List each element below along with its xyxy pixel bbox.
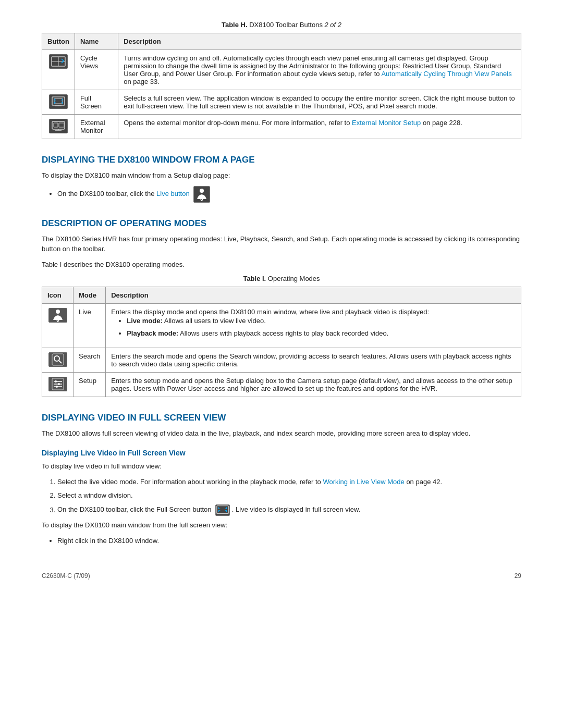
step-3-text: On the DX8100 toolbar, click the Full Sc… <box>57 506 213 514</box>
full-screen-body: The DX8100 allows full screen viewing of… <box>42 428 521 439</box>
section-heading-operating-modes: Description of Operating Modes <box>42 218 521 229</box>
operating-modes-body1: The DX8100 Series HVR has four primary o… <box>42 234 521 254</box>
full-screen-button-icon <box>215 504 230 516</box>
svg-rect-7 <box>52 121 65 129</box>
operating-modes-body2: Table I describes the DX8100 operating m… <box>42 260 521 270</box>
table-i-label: Table I. <box>243 275 266 282</box>
svg-point-29 <box>56 386 58 388</box>
table-row: Search Enters the search mode and opens … <box>42 348 521 372</box>
live-video-sub-body: To display live video in full window vie… <box>42 461 521 472</box>
live-icon-cell <box>42 304 74 348</box>
live-button-link[interactable]: Live button <box>156 190 190 198</box>
svg-rect-20 <box>52 354 64 365</box>
search-mode-description: Enters the search mode and opens the Sea… <box>106 348 521 372</box>
full-screen-svg <box>51 96 66 107</box>
svg-point-16 <box>56 310 60 314</box>
svg-rect-10 <box>54 123 58 127</box>
full-screen-description: Selects a full screen view. The applicat… <box>118 90 521 115</box>
cycle-views-name: Cycle Views <box>75 50 118 90</box>
col-header-name: Name <box>75 33 118 50</box>
cycle-views-icon-cell <box>42 50 75 90</box>
col-header-mode: Mode <box>74 287 106 304</box>
live-mode-icon <box>48 308 67 323</box>
table-row: Cycle Views Turns window cycling on and … <box>42 50 521 90</box>
external-monitor-description: Opens the external monitor drop-down men… <box>118 115 521 139</box>
table-h-caption: Table H. DX8100 Toolbar Buttons 2 of 2 <box>42 21 521 29</box>
svg-point-27 <box>58 383 60 385</box>
cycle-views-description: Turns window cycling on and off. Automat… <box>118 50 521 90</box>
cycle-views-svg <box>51 56 66 67</box>
cycle-views-icon <box>49 54 68 69</box>
external-monitor-icon <box>49 119 68 133</box>
live-mode-bullet-2: Playback mode: Allows users with playbac… <box>127 328 516 339</box>
external-monitor-icon-cell <box>42 115 75 139</box>
table-i-title: Operating Modes <box>268 275 320 282</box>
col-header-icon: Icon <box>42 287 74 304</box>
col-header-description: Description <box>106 287 521 304</box>
search-mag-svg <box>52 353 64 366</box>
section-heading-full-screen: Displaying Video in Full Screen View <box>42 413 521 423</box>
table-i-caption: Table I. Operating Modes <box>42 275 521 282</box>
svg-rect-30 <box>217 506 228 514</box>
bullet-text: On the DX8100 toolbar, click the Live bu… <box>57 190 190 198</box>
live-person-svg <box>196 188 207 201</box>
displaying-window-bullets: On the DX8100 toolbar, click the Live bu… <box>57 186 521 203</box>
table-row: Setup Enters the setup mode and opens th… <box>42 372 521 397</box>
live-mode-description: Enters the display mode and opens the DX… <box>106 304 521 348</box>
live-person-svg <box>52 309 64 322</box>
setup-icon-cell <box>42 372 74 397</box>
setup-mode-icon <box>48 377 67 391</box>
operating-modes-table: Icon Mode Description Live <box>42 287 521 397</box>
external-monitor-name: External Monitor <box>75 115 118 139</box>
external-monitor-svg <box>51 121 66 131</box>
svg-line-22 <box>59 361 62 363</box>
svg-rect-11 <box>59 123 64 127</box>
from-full-bullets: Right click in the DX8100 window. <box>57 536 521 547</box>
live-mode-bullets: Live mode: Allows all users to view live… <box>127 316 516 339</box>
svg-point-21 <box>54 356 59 361</box>
step-2: Select a window division. <box>57 490 521 501</box>
footer-left: C2630M-C (7/09) <box>42 572 90 579</box>
step-1: Select the live video mode. For informat… <box>57 477 521 488</box>
step-3-suffix: . Live video is displayed in full screen… <box>232 506 360 514</box>
working-live-view-link[interactable]: Working in Live View Mode <box>323 478 404 486</box>
table-row: Live Enters the display mode and opens t… <box>42 304 521 348</box>
live-button-icon <box>193 186 210 203</box>
live-mode-name: Live <box>74 304 106 348</box>
full-screen-icon <box>49 94 68 109</box>
page-footer: C2630M-C (7/09) 29 <box>42 572 521 579</box>
setup-mode-description: Enters the setup mode and opens the Setu… <box>106 372 521 397</box>
step-3: On the DX8100 toolbar, click the Full Sc… <box>57 504 521 516</box>
col-header-description: Description <box>118 33 521 50</box>
table-row: Full Screen Selects a full screen view. … <box>42 90 521 115</box>
search-mode-icon <box>48 352 67 367</box>
from-full-bullet: Right click in the DX8100 window. <box>57 536 521 547</box>
footer-right: 29 <box>515 572 521 579</box>
search-icon-cell <box>42 348 74 372</box>
full-screen-icon-cell <box>42 90 75 115</box>
svg-point-12 <box>200 189 204 193</box>
table-h-label: Table H. <box>222 21 248 29</box>
displaying-window-bullet-item: On the DX8100 toolbar, click the Live bu… <box>57 186 521 203</box>
subsection-heading-live-video: Displaying Live Video in Full Screen Vie… <box>42 449 521 457</box>
table-row: External Monitor Opens the external moni… <box>42 115 521 139</box>
col-header-button: Button <box>42 33 75 50</box>
full-screen-name: Full Screen <box>75 90 118 115</box>
full-screen-inline-svg <box>216 505 229 515</box>
toolbar-buttons-table: Button Name Description Cycle Views Turn <box>42 33 521 139</box>
setup-mode-name: Setup <box>74 372 106 397</box>
table-h-title: DX8100 Toolbar Buttons 2 of 2 <box>249 21 341 29</box>
external-monitor-setup-link[interactable]: External Monitor Setup <box>352 119 421 127</box>
search-mode-name: Search <box>74 348 106 372</box>
setup-tool-svg <box>52 378 64 390</box>
live-mode-bullet-1: Live mode: Allows all users to view live… <box>127 316 516 327</box>
from-full-body: To display the DX8100 main window from t… <box>42 520 521 530</box>
svg-rect-4 <box>54 98 63 104</box>
cycle-views-link[interactable]: Automatically Cycling Through View Panel… <box>381 70 511 78</box>
section-heading-displaying-window: Displaying the DX8100 Window from a Page <box>42 155 521 165</box>
displaying-window-body: To display the DX8100 main window from a… <box>42 170 521 181</box>
live-video-steps: Select the live video mode. For informat… <box>57 477 521 516</box>
svg-point-25 <box>55 380 57 382</box>
table-h-subtitle: 2 of 2 <box>325 21 342 29</box>
